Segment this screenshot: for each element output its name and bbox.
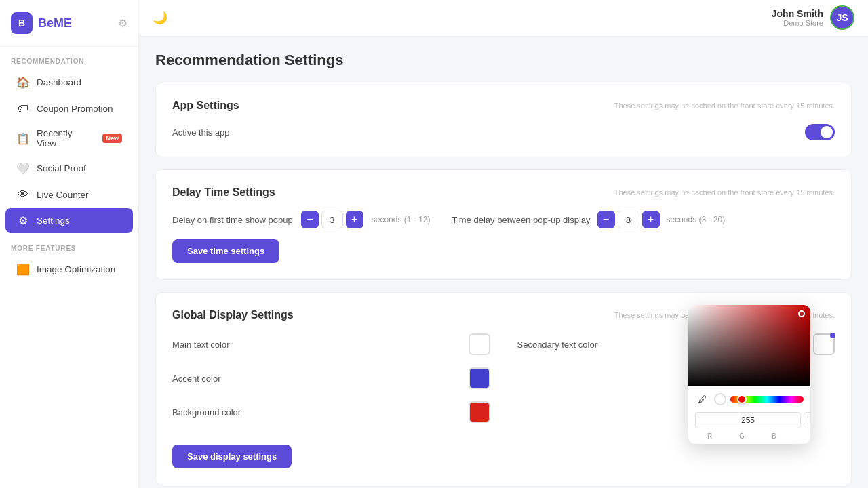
page-content: Recommendation Settings App Settings The… [139, 35, 868, 488]
sidebar-item-settings[interactable]: ⚙ Settings [5, 208, 133, 233]
dark-mode-icon[interactable]: 🌙 [153, 10, 167, 25]
accent-color-row: Accent color [172, 367, 490, 389]
app-cache-note: These settings may be cached on the fron… [614, 102, 835, 110]
list-icon: 📋 [16, 132, 30, 145]
picker-rgb-inputs: ⇕ [695, 412, 804, 428]
picker-white-dot [714, 393, 726, 405]
user-info: John Smith Demo Store [772, 8, 823, 27]
app-settings-card: App Settings These settings may be cache… [155, 83, 852, 157]
sidebar-gear-icon[interactable]: ⚙ [118, 17, 127, 30]
save-time-settings-button[interactable]: Save time settings [172, 239, 279, 263]
sidebar-item-coupon-promotion[interactable]: 🏷 Coupon Promotion [5, 96, 133, 121]
recommendation-label: RECOMMENDATION [0, 47, 138, 69]
main-text-color-swatch[interactable] [469, 333, 490, 355]
between-popup-stepper: − 8 + [597, 211, 660, 228]
sidebar-item-label: Settings [37, 216, 70, 226]
first-popup-label: Delay on first time show popup [172, 215, 293, 225]
between-popup-group: Time delay between pop-up display − 8 + … [452, 211, 725, 228]
background-color-swatch[interactable] [469, 401, 490, 423]
sidebar-item-label: Image Optimization [37, 264, 115, 274]
topbar: 🌙 John Smith Demo Store JS [139, 0, 868, 35]
delay-cache-note: These settings may be cached on the fron… [614, 188, 835, 197]
picker-hue-bar[interactable] [730, 396, 804, 403]
accent-color-swatch[interactable] [469, 367, 490, 389]
picker-hue-thumb [737, 394, 747, 404]
picker-cursor [798, 310, 805, 317]
sidebar-item-social-proof[interactable]: 🤍 Social Proof [5, 156, 133, 181]
sidebar-item-label: Dashboard [37, 77, 81, 87]
picker-b-label: B [760, 432, 789, 440]
active-app-label: Active this app [172, 127, 230, 138]
sidebar-item-label: Recently View [37, 128, 93, 148]
sidebar-logo: B BeME ⚙ [0, 0, 138, 47]
sidebar-item-label: Coupon Promotion [37, 104, 113, 114]
between-popup-label: Time delay between pop-up display [452, 215, 590, 225]
sidebar-item-label: Live Counter [37, 190, 89, 200]
picker-row1: 🖊 [695, 392, 804, 407]
more-features-label: MORE FEATURES [0, 234, 138, 256]
first-popup-value: 3 [321, 211, 343, 228]
eye-icon: 👁 [16, 188, 30, 201]
save-display-settings-button[interactable]: Save display settings [172, 445, 292, 468]
home-icon: 🏠 [16, 76, 30, 89]
picker-g-label: G [727, 432, 756, 440]
picker-gradient[interactable] [688, 305, 810, 386]
picker-r-label: R [695, 432, 724, 440]
background-color-label: Background color [172, 407, 241, 418]
first-popup-range: seconds (1 - 12) [372, 215, 431, 224]
user-store: Demo Store [772, 19, 823, 27]
sidebar-item-image-optimization[interactable]: 🟧 Image Optimization [5, 257, 133, 282]
first-popup-decrement[interactable]: − [301, 211, 319, 228]
background-color-row2: Background color [172, 401, 490, 423]
main-text-color-row: Main text color [172, 333, 490, 355]
picker-controls: 🖊 ⇕ R G B [688, 386, 810, 444]
first-popup-increment[interactable]: + [346, 211, 363, 228]
heart-icon: 🤍 [16, 162, 30, 175]
picker-g-input[interactable] [804, 412, 810, 428]
logo-text: BeME [38, 16, 72, 30]
delay-row: Delay on first time show popup − 3 + sec… [172, 211, 835, 228]
main-content: 🌙 John Smith Demo Store JS Recommendatio… [139, 0, 868, 488]
color-picker-popup: 🖊 ⇕ R G B [688, 305, 810, 444]
delay-settings-card: Delay Time Settings These settings may b… [155, 169, 852, 280]
new-badge: New [102, 134, 122, 143]
sidebar-item-label: Social Proof [37, 163, 86, 174]
sidebar: B BeME ⚙ RECOMMENDATION 🏠 Dashboard 🏷 Co… [0, 0, 139, 488]
secondary-text-color-label: Secondary text color [517, 340, 598, 350]
main-text-color-label: Main text color [172, 340, 230, 350]
between-popup-increment[interactable]: + [642, 211, 660, 228]
delay-settings-title: Delay Time Settings [172, 186, 275, 199]
secondary-text-color-swatch[interactable] [813, 333, 835, 355]
picker-r-input[interactable] [695, 412, 801, 428]
sidebar-item-recently-view[interactable]: 📋 Recently View New [5, 122, 133, 155]
page-title: Recommendation Settings [155, 52, 852, 69]
between-popup-value: 8 [618, 211, 639, 228]
app-settings-title: App Settings [172, 100, 239, 112]
active-app-row: Active this app [172, 124, 835, 140]
sidebar-item-dashboard[interactable]: 🏠 Dashboard [5, 70, 133, 95]
gear-icon: ⚙ [16, 214, 30, 227]
display-settings-title: Global Display Settings [172, 309, 294, 321]
sidebar-item-live-counter[interactable]: 👁 Live Counter [5, 182, 133, 207]
active-app-toggle[interactable] [805, 124, 835, 140]
image-icon: 🟧 [16, 263, 30, 276]
between-popup-decrement[interactable]: − [597, 211, 615, 228]
eyedropper-icon[interactable]: 🖊 [695, 392, 710, 407]
accent-color-label: Accent color [172, 373, 221, 384]
card-header: App Settings These settings may be cache… [172, 100, 835, 112]
between-popup-range: seconds (3 - 20) [667, 215, 726, 224]
coupon-icon: 🏷 [16, 102, 30, 115]
logo-icon: B [11, 12, 33, 34]
user-name: John Smith [772, 8, 823, 19]
topbar-right: John Smith Demo Store JS [772, 5, 854, 30]
picker-rgb-labels: R G B [695, 432, 804, 440]
first-popup-stepper: − 3 + [301, 211, 363, 228]
card-header: Delay Time Settings These settings may b… [172, 186, 835, 199]
display-settings-card: Global Display Settings These settings m… [155, 292, 852, 485]
avatar[interactable]: JS [830, 5, 854, 30]
